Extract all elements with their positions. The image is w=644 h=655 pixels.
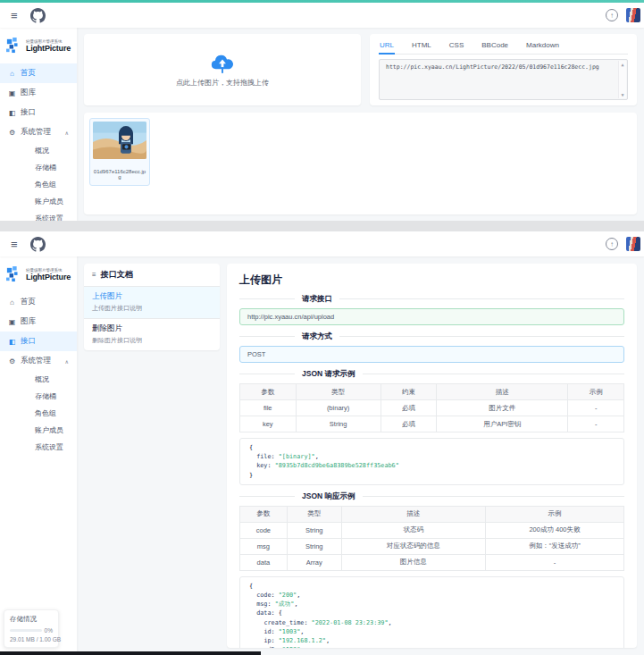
table-cell: 对应状态码的信息 [341,538,485,554]
table-row: key String 必填 用户API密钥 - [240,416,624,432]
format-tab[interactable]: HTML [411,39,432,54]
sidebar-item-icon: ▣ [8,318,16,326]
brand-product-name: LightPicture [26,273,71,281]
user-avatar[interactable] [626,8,640,22]
sidebar-item[interactable]: ⌂ 首页 [0,63,77,83]
doc-item-title: 上传图片 [92,291,212,302]
code-line: data: { [249,609,615,617]
table-cell: Array [287,554,341,570]
format-tab[interactable]: CSS [448,39,464,54]
table-header-cell: 参数 [240,506,288,522]
table-cell: code [240,522,288,538]
docs-list: 上传图片 上传图片接口说明 删除图片 删除图片接口说明 [84,287,220,350]
sidebar-item-label: 系统设置 [35,442,63,452]
code-line: create_time: "2022-01-08 23:23:39", [249,618,615,627]
format-tab[interactable]: Markdown [525,39,560,54]
sidebar-menu: ⌂ 首页 ▣ 图库 ◧ 接口 [0,63,77,221]
code-line: md5: "123", [249,645,615,648]
bottom-body: 轻量级图片管理系统 LightPicture ⌂ 首页 ▣ [0,256,644,655]
sidebar-item[interactable]: 系统设置 [0,439,77,456]
screenshot-gap [0,221,644,231]
gallery-card: 01d967e116c28ecc.jpg [84,113,637,214]
code-line: { [249,443,615,452]
sidebar-item[interactable]: 角色组 [0,176,77,193]
menu-icon[interactable]: ≡ [11,10,18,21]
scrollbar[interactable]: ▲ ▼ [618,61,626,98]
scroll-down-icon[interactable]: ▼ [621,92,623,97]
github-icon[interactable] [30,8,46,23]
sidebar-item[interactable]: 角色组 [0,405,77,422]
sidebar-item-label: 接口 [21,336,36,347]
section-label-request-example: JSON 请求示例 [295,367,363,380]
arrow-up-circle-icon[interactable]: ↑ [606,9,618,21]
sidebar-item[interactable]: ⚙ 系统管理 ∧ [0,122,77,142]
sidebar-item[interactable]: 存储桶 [0,388,77,405]
table-row: code String 状态码 200成功 400失败 [240,522,624,538]
sidebar-item-label: 系统管理 [21,356,51,366]
api-doc-title: 上传图片 [239,273,624,288]
sidebar-item[interactable]: 账户成员 [0,422,77,439]
image-thumbnail-tile[interactable]: 01d967e116c28ecc.jpg [89,118,150,186]
code-line: msg: "成功", [249,600,615,609]
top-header: ≡ ↑ [0,3,644,28]
sidebar-item-label: 账户成员 [35,197,63,206]
code-line: { [249,582,615,591]
table-cell: (binary) [296,400,381,416]
sidebar: 轻量级图片管理系统 LightPicture ⌂ 首页 ▣ [0,256,77,655]
method-input[interactable]: POST [239,346,624,363]
sidebar-item[interactable]: 概况 [0,371,77,388]
upload-dropzone[interactable]: 点此上传图片，支持拖拽上传 [84,34,361,105]
table-cell: data [240,554,288,570]
sidebar-item[interactable]: ▣ 图库 [0,312,77,332]
format-tab[interactable]: URL [379,39,395,54]
sidebar-item[interactable]: 账户成员 [0,193,77,210]
sidebar-item[interactable]: ◧ 接口 [0,332,77,351]
doc-list-item[interactable]: 上传图片 上传图片接口说明 [84,287,220,319]
format-tab[interactable]: BBCode [481,39,509,54]
brand-logo[interactable]: 轻量级图片管理系统 LightPicture [0,28,77,62]
table-cell: 状态码 [341,522,485,538]
code-line: id: "1003", [249,627,615,636]
sidebar-item[interactable]: 概况 [0,142,77,159]
sidebar-item[interactable]: ⚙ 系统管理 ∧ [0,351,77,371]
sidebar-item-icon: ◧ [8,338,16,346]
menu-icon[interactable]: ≡ [11,239,18,250]
table-header-cell: 描述 [341,506,485,522]
table-row: file (binary) 必填 图片文件 - [240,400,624,416]
endpoint-input[interactable]: http://pic.xyaau.cn/api/upload [239,308,624,325]
api-doc-card: 上传图片 请求接口 http://pic.xyaau.cn/api/upload… [227,264,637,648]
format-tabs: URL HTML CSS BBCode Markdown [379,39,628,55]
sidebar-item-label: 角色组 [35,408,56,418]
arrow-up-circle-icon[interactable]: ↑ [606,238,618,250]
table-cell: 200成功 400失败 [485,522,623,538]
chevron-up-icon: ∧ [65,358,69,365]
doc-list-item[interactable]: 删除图片 删除图片接口说明 [84,319,220,350]
user-avatar[interactable] [626,237,640,251]
table-cell: String [287,538,341,554]
section-label-method: 请求方式 [295,330,339,342]
scroll-up-icon[interactable]: ▲ [621,62,623,67]
url-textarea[interactable]: http://pic.xyaau.cn/LightPicture/2022/05… [379,59,628,100]
table-header-cell: 类型 [287,506,341,522]
sidebar-item[interactable]: 系统设置 [0,210,77,221]
sidebar-item[interactable]: ⌂ 首页 [0,292,77,312]
github-icon[interactable] [30,237,46,252]
table-cell: 图片信息 [341,554,485,570]
doc-item-desc: 删除图片接口说明 [92,336,212,345]
section-divider: 请求接口 [239,292,624,305]
table-cell: 用户API密钥 [437,416,568,432]
code-line: ip: "192.168.1.2", [249,636,615,645]
cloud-upload-icon [209,53,236,76]
brand-logo[interactable]: 轻量级图片管理系统 LightPicture [0,256,77,290]
table-cell: msg [240,538,288,554]
table-header-cell: 示例 [568,384,624,400]
storage-percent: 0% [45,627,53,634]
sidebar-item[interactable]: ◧ 接口 [0,103,77,122]
bottom-screenshot: ≡ ↑ 轻量级图片管理系统 LightPictu [0,231,644,655]
sidebar-item[interactable]: ▣ 图库 [0,83,77,103]
code-line: file: "[binary]", [249,452,615,461]
table-cell: key [240,416,297,432]
storage-title: 存储情况 [10,615,53,624]
sidebar-item[interactable]: 存储桶 [0,159,77,176]
window-bottom-edge [0,651,261,655]
